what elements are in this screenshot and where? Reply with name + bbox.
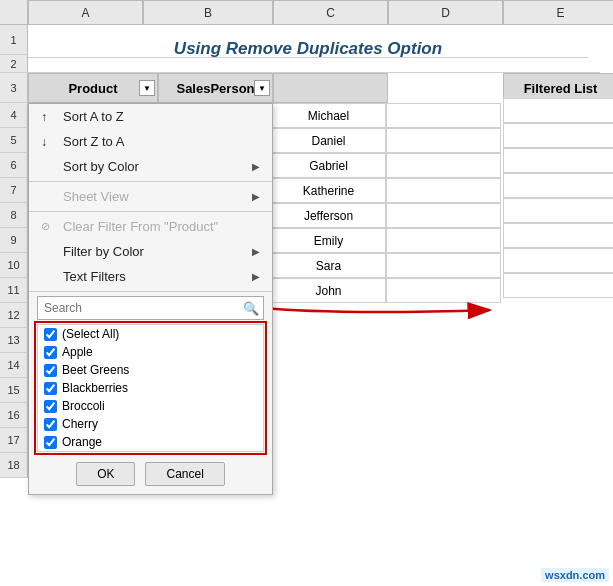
checkbox-label-apple: Apple [62,345,93,359]
clear-filter-icon: ⊘ [41,220,57,233]
checkbox-label-orange: Orange [62,435,102,449]
salesperson-cell: Katherine [271,178,386,203]
product-header-label: Product [68,81,117,96]
row-num-7: 7 [0,178,28,203]
filtered-cell [503,248,613,273]
sheet-view-arrow: ▶ [252,191,260,202]
checkbox-input-select-all[interactable] [44,328,57,341]
checkbox-input-blackberries[interactable] [44,382,57,395]
salesperson-cell: Gabriel [271,153,386,178]
filter-by-color-label: Filter by Color [63,244,144,259]
row-num-15: 15 [0,378,28,403]
filter-by-color-item[interactable]: Filter by Color ▶ [29,239,272,264]
row-num-4: 4 [0,103,28,128]
filtered-cell [503,223,613,248]
row-numbers: 1 2 3 4 5 6 7 8 9 10 11 12 13 14 15 16 1… [0,25,28,478]
dialog-button-row: OK Cancel [29,456,272,494]
checkbox-blackberries[interactable]: Blackberries [38,379,263,397]
filtered-list-data [503,98,613,298]
checkbox-cherry[interactable]: Cherry [38,415,263,433]
empty-cell [386,228,501,253]
table-row: John [271,278,386,303]
search-input[interactable] [38,301,239,315]
checkbox-beet-greens[interactable]: Beet Greens [38,361,263,379]
checkbox-select-all[interactable]: (Select All) [38,325,263,343]
empty-cell [386,253,501,278]
col-header-B: B [143,0,273,25]
menu-divider-3 [29,291,272,292]
table-row: Michael [271,103,386,128]
sort-by-color-item[interactable]: Sort by Color ▶ [29,154,272,179]
filtered-cell [503,198,613,223]
filtered-cell [503,123,613,148]
product-filter-button[interactable]: ▼ [139,80,155,96]
search-box: 🔍 [37,296,264,320]
col-header-row: Product ▼ SalesPerson ▼ [28,73,388,103]
corner-cell [0,0,28,25]
salesperson-col-header: SalesPerson ▼ [158,73,273,103]
spreadsheet-title: Using Remove Duplicates Option [28,28,588,58]
row-num-13: 13 [0,328,28,353]
salesperson-cell: Sara [271,253,386,278]
filtered-cell [503,273,613,298]
empty-cell [386,178,501,203]
checkbox-input-orange[interactable] [44,436,57,449]
empty-cell [386,103,501,128]
sort-z-to-a-item[interactable]: ↓ Sort Z to A [29,129,272,154]
col-header-E: E [503,0,613,25]
product-col-header: Product ▼ [28,73,158,103]
col-header-A: A [28,0,143,25]
filter-dropdown-menu: ↑ Sort A to Z ↓ Sort Z to A Sort by Colo… [28,103,273,495]
checkbox-input-beet-greens[interactable] [44,364,57,377]
row-num-10: 10 [0,253,28,278]
salesperson-data: Michael Daniel Gabriel Katherine Jeffers… [271,103,386,303]
column-letter-headers: A B C D E F [28,0,613,25]
checkbox-input-cherry[interactable] [44,418,57,431]
checkbox-input-apple[interactable] [44,346,57,359]
filtered-cell [503,173,613,198]
checkbox-broccoli[interactable]: Broccoli [38,397,263,415]
row-num-9: 9 [0,228,28,253]
sort-by-color-label: Sort by Color [63,159,139,174]
col-d-data [386,103,501,303]
table-row: Jefferson [271,203,386,228]
sheet-view-label: Sheet View [63,189,129,204]
salesperson-cell: Michael [271,103,386,128]
filtered-cell [503,148,613,173]
salesperson-cell: John [271,278,386,303]
row-num-16: 16 [0,403,28,428]
col-header-D: D [388,0,503,25]
sort-color-arrow: ▶ [252,161,260,172]
sort-az-icon: ↑ [41,110,57,124]
empty-cell [386,203,501,228]
salesperson-cell: Emily [271,228,386,253]
filter-color-arrow: ▶ [252,246,260,257]
checkbox-label-beet-greens: Beet Greens [62,363,129,377]
row-num-17: 17 [0,428,28,453]
sort-za-icon: ↓ [41,135,57,149]
row-num-14: 14 [0,353,28,378]
clear-filter-label: Clear Filter From "Product" [63,219,218,234]
checkbox-apple[interactable]: Apple [38,343,263,361]
row-num-2: 2 [0,55,28,73]
table-row: Gabriel [271,153,386,178]
clear-filter-item[interactable]: ⊘ Clear Filter From "Product" [29,214,272,239]
text-filters-label: Text Filters [63,269,126,284]
menu-divider-2 [29,211,272,212]
sort-za-label: Sort Z to A [63,134,124,149]
row-num-12: 12 [0,303,28,328]
ok-button[interactable]: OK [76,462,135,486]
checkbox-orange[interactable]: Orange [38,433,263,451]
table-row: Sara [271,253,386,278]
sort-a-to-z-item[interactable]: ↑ Sort A to Z [29,104,272,129]
text-filters-item[interactable]: Text Filters ▶ [29,264,272,289]
text-filters-arrow: ▶ [252,271,260,282]
checkbox-input-broccoli[interactable] [44,400,57,413]
cancel-button[interactable]: Cancel [145,462,224,486]
row-num-6: 6 [0,153,28,178]
sheet-view-item[interactable]: Sheet View ▶ [29,184,272,209]
checkbox-label-select-all: (Select All) [62,327,119,341]
table-row: Emily [271,228,386,253]
salesperson-cell: Jefferson [271,203,386,228]
salesperson-filter-button[interactable]: ▼ [254,80,270,96]
